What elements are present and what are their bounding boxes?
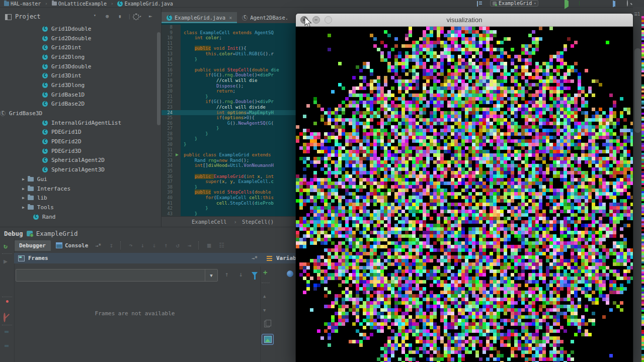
line-number: 37 bbox=[162, 179, 175, 185]
breadcrumb-file[interactable]: C ExampleGrid.java bbox=[117, 1, 173, 7]
dropdown-arrow-icon[interactable]: ▼ bbox=[205, 269, 217, 281]
visualization-titlebar[interactable]: × − visualization bbox=[296, 14, 633, 27]
tree-item-lib[interactable]: ▶lib bbox=[0, 193, 161, 203]
frames-thread-dropdown[interactable]: ▼ bbox=[16, 269, 218, 282]
run-gutter-icon[interactable] bbox=[176, 153, 179, 156]
expand-arrow-icon[interactable]: ▶ bbox=[22, 196, 25, 200]
zoom-button[interactable] bbox=[325, 16, 332, 24]
tab-debugger[interactable]: Debugger bbox=[14, 240, 51, 251]
tree-item-pdegrid2d[interactable]: CPDEGrid2D bbox=[0, 137, 161, 146]
tree-item-pdegrid1d[interactable]: CPDEGrid1D bbox=[0, 128, 161, 137]
chevron-down-icon[interactable]: ▾ bbox=[139, 15, 141, 19]
project-vertical-scrollbar[interactable] bbox=[157, 32, 160, 125]
tree-item-interfaces[interactable]: ▶Interfaces bbox=[0, 184, 161, 194]
copy-icon[interactable] bbox=[264, 321, 270, 327]
tab-agent2dbase[interactable]: C Agent2DBase. bbox=[237, 12, 293, 23]
frame-up-icon[interactable]: ↑ bbox=[225, 270, 229, 278]
editor-scroll-strip: ☰1 bbox=[633, 7, 644, 362]
run-config-selector[interactable]: ExampleGrid ▾ bbox=[490, 0, 538, 7]
move-up-icon[interactable]: ▲ bbox=[263, 294, 266, 299]
tree-item-internalgridagentlist[interactable]: CInternalGridAgentList bbox=[0, 118, 161, 128]
tree-item-grid2dlong[interactable]: CGrid2Dlong bbox=[0, 52, 161, 62]
rerun-icon[interactable]: ↻ bbox=[4, 242, 8, 250]
step-out-icon[interactable]: ↑ bbox=[164, 242, 168, 249]
tree-item-gui[interactable]: ▶Gui bbox=[0, 174, 161, 184]
code-text: } bbox=[181, 126, 219, 131]
tree-item-tools[interactable]: ▶Tools bbox=[0, 203, 161, 212]
visualization-window[interactable]: × − visualization bbox=[296, 14, 633, 362]
show-visualization-icon[interactable] bbox=[262, 334, 274, 345]
folder-icon bbox=[28, 187, 34, 191]
drop-frame-icon[interactable]: ↺ bbox=[176, 242, 180, 249]
tree-item-label: Grid2Dlong bbox=[51, 54, 85, 60]
code-text: int[]divHood=Util.VonNeumannH bbox=[181, 163, 274, 168]
minimize-button[interactable]: − bbox=[312, 16, 320, 24]
tree-item-grid3ddouble[interactable]: CGrid3Ddouble bbox=[0, 62, 161, 71]
tree-item-gridbase1d[interactable]: CGridBase1D bbox=[0, 90, 161, 100]
move-down-icon[interactable]: ▼ bbox=[263, 308, 266, 313]
code-text: cell.StepCell(dieProb bbox=[181, 201, 274, 206]
breadcrumb-label: ExampleGrid.java bbox=[124, 1, 173, 7]
settings-icon[interactable]: ☷ bbox=[219, 242, 224, 249]
filter-icon[interactable] bbox=[252, 272, 258, 276]
run-button[interactable] bbox=[565, 1, 569, 7]
gutter bbox=[175, 142, 181, 147]
tree-item-sphericalagent2d[interactable]: CSphericalAgent2D bbox=[0, 156, 161, 165]
tree-item-gridbase3d[interactable]: CGridBase3D bbox=[0, 109, 161, 118]
breadcrumb-package[interactable]: OnLatticeExample bbox=[52, 1, 107, 7]
search-button[interactable] bbox=[627, 1, 628, 6]
chevron-down-icon[interactable]: ▾ bbox=[94, 13, 96, 18]
add-watch-icon[interactable]: + bbox=[263, 268, 267, 277]
breadcrumb-project[interactable]: HAL-master bbox=[4, 1, 41, 7]
edge-marker: ☰1 bbox=[634, 12, 640, 17]
code-text: } bbox=[181, 94, 208, 100]
tab-console[interactable]: Console bbox=[51, 240, 93, 251]
window-title: visualization bbox=[296, 16, 633, 24]
tree-item-sphericalagent3d[interactable]: CSphericalAgent3D bbox=[0, 165, 161, 174]
line-number: 28 bbox=[162, 131, 175, 137]
expand-arrow-icon[interactable]: ▶ bbox=[22, 187, 25, 191]
mute-breakpoints-icon[interactable] bbox=[4, 314, 6, 321]
hide-panel-icon[interactable]: ⇤ bbox=[149, 13, 152, 20]
pin-icon[interactable]: →* bbox=[252, 255, 258, 261]
tree-item-rand[interactable]: CRand bbox=[0, 212, 161, 222]
tree-item-grid3dint[interactable]: CGrid3Dint bbox=[0, 71, 161, 80]
toolbar-separator bbox=[2, 253, 12, 254]
editor-scrollbar-thumb[interactable] bbox=[634, 48, 641, 133]
gutter bbox=[175, 51, 181, 57]
collapse-all-icon[interactable]: ⇟ bbox=[118, 13, 122, 20]
tree-item-grid3dlong[interactable]: CGrid3Dlong bbox=[0, 80, 161, 90]
expand-arrow-icon[interactable]: ▶ bbox=[22, 177, 25, 182]
tree-item-label: SphericalAgent3D bbox=[51, 166, 105, 173]
breadcrumb-class[interactable]: ExampleCell bbox=[192, 219, 227, 225]
tree-item-grid2ddouble[interactable]: CGrid2Ddouble bbox=[0, 34, 161, 43]
tab-examplegrid-java[interactable]: C ExampleGrid.java × bbox=[162, 12, 237, 23]
line-number: 42 bbox=[162, 206, 175, 211]
frames-empty-message: Frames are not available bbox=[14, 310, 256, 317]
tree-item-pdegrid3d[interactable]: CPDEGrid3D bbox=[0, 146, 161, 156]
layout-button[interactable] bbox=[613, 1, 614, 7]
show-execution-point-icon[interactable]: ↧ bbox=[109, 242, 113, 249]
line-number: 27 bbox=[162, 126, 175, 131]
breadcrumb-method[interactable]: StepCell() bbox=[242, 219, 274, 225]
frame-down-icon[interactable]: ↓ bbox=[239, 270, 243, 278]
tree-item-grid2dint[interactable]: CGrid2Dint bbox=[0, 43, 161, 52]
class-icon: C bbox=[42, 26, 48, 32]
structure-list-icon[interactable] bbox=[477, 1, 478, 7]
debug-header: Debug ExampleGrid bbox=[0, 228, 77, 238]
step-into-icon[interactable]: ↓ bbox=[141, 242, 144, 249]
gear-icon[interactable] bbox=[133, 14, 139, 20]
evaluate-expression-icon[interactable]: ▦ bbox=[207, 242, 211, 249]
locate-icon[interactable]: ⊗ bbox=[106, 13, 109, 20]
tree-item-gridbase2d[interactable]: CGridBase2D bbox=[0, 100, 161, 109]
expand-arrow-icon[interactable]: ▶ bbox=[22, 205, 25, 210]
tree-item-grid1ddouble[interactable]: CGrid1Ddouble bbox=[0, 24, 161, 34]
close-icon[interactable]: × bbox=[229, 15, 232, 21]
run-to-cursor-icon[interactable]: ⇥ bbox=[188, 242, 191, 249]
resume-icon[interactable]: ▶ bbox=[4, 257, 8, 265]
pin-icon[interactable]: →* bbox=[95, 243, 101, 248]
folder-icon bbox=[28, 196, 34, 200]
line-number: 10 bbox=[162, 35, 175, 41]
step-over-icon[interactable]: ↷ bbox=[129, 242, 133, 249]
force-step-into-icon[interactable]: ⇓ bbox=[152, 242, 156, 249]
